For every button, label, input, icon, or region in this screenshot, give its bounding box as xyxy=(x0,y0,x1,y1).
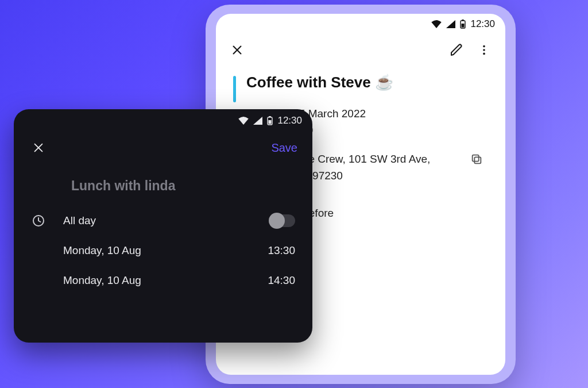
battery-icon xyxy=(460,20,466,29)
start-time[interactable]: 13:30 xyxy=(268,244,295,257)
edit-button[interactable] xyxy=(447,40,466,60)
svg-point-3 xyxy=(483,45,485,48)
wifi-icon xyxy=(238,117,249,125)
svg-rect-7 xyxy=(473,155,479,162)
svg-point-4 xyxy=(483,49,485,51)
all-day-row: All day xyxy=(14,208,312,234)
status-bar-dark: 12:30 xyxy=(14,109,312,129)
toolbar-dark: Save xyxy=(14,129,312,162)
svg-point-5 xyxy=(483,53,485,55)
save-button[interactable]: Save xyxy=(271,141,297,155)
status-time: 12:30 xyxy=(277,115,302,126)
end-row[interactable]: Monday, 10 Aug 14:30 xyxy=(14,268,312,293)
clock-icon xyxy=(31,213,46,228)
cellular-icon xyxy=(446,20,455,28)
svg-rect-6 xyxy=(474,157,481,163)
toolbar-light xyxy=(216,32,505,68)
end-time[interactable]: 14:30 xyxy=(268,274,295,287)
event-accent xyxy=(233,76,236,102)
event-title-input[interactable]: Lunch with linda xyxy=(14,162,312,208)
cellular-icon xyxy=(253,117,262,125)
svg-rect-1 xyxy=(462,20,464,21)
wifi-icon xyxy=(431,20,442,28)
more-button[interactable] xyxy=(474,40,494,60)
svg-rect-2 xyxy=(462,24,465,28)
end-date[interactable]: Monday, 10 Aug xyxy=(63,274,268,287)
event-title: Coffee with Steve ☕ xyxy=(246,74,393,91)
start-date[interactable]: Monday, 10 Aug xyxy=(63,244,268,257)
start-row[interactable]: Monday, 10 Aug 13:30 xyxy=(14,239,312,263)
status-time: 12:30 xyxy=(470,18,495,30)
svg-rect-10 xyxy=(269,120,272,124)
panel-dark: 12:30 Save Lunch with linda All day Mond… xyxy=(14,109,312,343)
status-bar-light: 12:30 xyxy=(216,14,505,32)
svg-rect-9 xyxy=(269,116,271,117)
battery-icon xyxy=(267,116,273,125)
copy-button[interactable] xyxy=(469,151,485,167)
all-day-label: All day xyxy=(63,214,270,227)
all-day-toggle[interactable] xyxy=(270,214,295,227)
close-button[interactable] xyxy=(227,40,247,60)
close-button[interactable] xyxy=(29,138,48,157)
